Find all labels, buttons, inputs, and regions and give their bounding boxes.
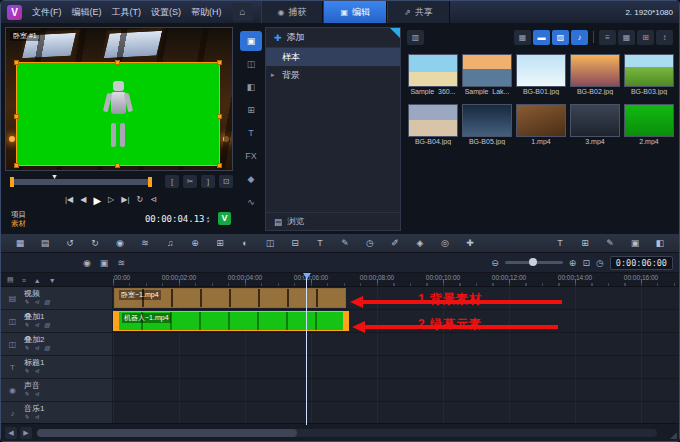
mute-track-icon[interactable]: ⊲ (34, 413, 39, 422)
grid-lines-icon[interactable]: ⊞ (574, 235, 596, 251)
overlay2-track-lane[interactable] (113, 333, 679, 356)
sort-button[interactable]: ↕ (656, 30, 673, 45)
scroll-right-icon[interactable]: ▶ (20, 427, 32, 439)
edit-track-icon[interactable]: ✎ (24, 413, 29, 422)
media-thumbnail[interactable]: Sample_Lak... (462, 54, 512, 95)
auto-music-icon[interactable]: ♫ (159, 235, 181, 251)
zoom-slider-knob[interactable] (529, 258, 537, 266)
smart-proxy-icon[interactable]: ▣ (624, 235, 646, 251)
add-folder-icon[interactable]: ✚ (274, 33, 282, 43)
undo-icon[interactable]: ↺ (59, 235, 81, 251)
resize-handle[interactable] (217, 60, 222, 65)
scroll-down-icon[interactable]: ▼ (49, 277, 56, 284)
storyboard-view-icon[interactable]: ▦ (9, 235, 31, 251)
mark-out-button[interactable]: ] (201, 175, 215, 188)
mute-track-icon[interactable]: ⊲ (34, 390, 39, 399)
edit-track-icon[interactable]: ✎ (24, 321, 29, 330)
edit-track-icon[interactable]: ✎ (24, 367, 29, 376)
clip-robot-selected[interactable]: 机器人~1.mp4 (113, 311, 349, 331)
title-icon[interactable]: T (240, 123, 262, 143)
tab-edit[interactable]: ▣ 编辑 (323, 1, 387, 23)
zoom-slider[interactable] (505, 261, 563, 264)
mute-track-icon[interactable]: ⊲ (34, 344, 39, 353)
preview-timecode[interactable]: 00:00:04.13 (145, 214, 205, 224)
media-thumbnail[interactable]: BG-B02.jpg (570, 54, 620, 95)
edit-track-icon[interactable]: ✎ (24, 390, 29, 399)
mask-creator-icon[interactable]: ◐ (234, 235, 256, 251)
go-start-button[interactable]: |◀ (65, 195, 73, 206)
media-thumbnail[interactable]: Sample_360... (408, 54, 458, 95)
tab-capture[interactable]: ◉ 捕获 (261, 1, 324, 23)
project-mode-toggle[interactable]: 项目 (11, 210, 26, 219)
media-thumbnail[interactable]: 3.mp4 (570, 104, 620, 145)
loop-button[interactable]: ↻ (136, 195, 143, 206)
prev-frame-button[interactable]: ◀ (80, 195, 86, 206)
timeline-settings-icon[interactable]: ◧ (649, 235, 671, 251)
timeline-view-icon[interactable]: ▤ (34, 235, 56, 251)
clip-bedroom[interactable]: 卧室~1.mp4 (114, 288, 346, 308)
record-capture-options-icon[interactable]: ◉ (83, 258, 91, 268)
record-capture-icon[interactable]: ◉ (109, 235, 131, 251)
resize-handle[interactable] (217, 114, 222, 119)
draw-mode-icon[interactable]: ✎ (599, 235, 621, 251)
media-thumbnail[interactable]: 1.mp4 (516, 104, 566, 145)
show-all-button[interactable]: ▦ (514, 30, 531, 45)
horizontal-scrollbar[interactable] (37, 429, 657, 437)
split-clip-button[interactable]: ✂ (183, 175, 197, 188)
transition-icon[interactable]: ◧ (240, 77, 262, 97)
show-video-button[interactable]: ▬ (533, 30, 550, 45)
trim-handle-right[interactable] (148, 177, 152, 187)
zoom-out-icon[interactable]: ⊖ (491, 258, 499, 268)
track-fx-icon[interactable]: ▨ (44, 321, 50, 330)
expand-icon[interactable]: ▸ (271, 66, 275, 84)
instant-project-icon[interactable]: ◫ (240, 54, 262, 74)
ar-sticker-icon[interactable]: ◈ (409, 235, 431, 251)
import-media-icon[interactable]: ▥ (407, 30, 424, 45)
mark-in-button[interactable]: [ (165, 175, 179, 188)
title1-track-lane[interactable] (113, 356, 679, 379)
track-fx-icon[interactable]: ▨ (44, 344, 50, 353)
folder-item-backgrounds[interactable]: ▸ 背景 (266, 66, 400, 84)
track-fx-icon[interactable]: ▨ (44, 298, 50, 307)
music1-track-lane[interactable] (113, 402, 679, 425)
timeline-ruler[interactable]: ▤ ≡ ▲ ▼ 00:00:00:00 00:00:02:00 00:00:04… (1, 273, 679, 287)
preview-viewer[interactable]: 卧室 #1 (5, 27, 233, 171)
scroll-up-icon[interactable]: ▲ (34, 277, 41, 284)
title-options-icon[interactable]: T (549, 235, 571, 251)
project-duration-icon[interactable]: ◷ (596, 258, 604, 268)
speech-to-text-icon[interactable]: ✎ (334, 235, 356, 251)
track-header-music1[interactable]: ♪ 音乐1 ✎ ⊲ (1, 402, 113, 425)
trim-handle-left[interactable] (10, 177, 14, 187)
track-header-video[interactable]: ▤ 视频 ✎ ⊲ ▨ (1, 287, 113, 310)
scrubber-cursor-icon[interactable]: ▼ (51, 173, 58, 180)
detail-view-button[interactable]: ⊞ (637, 30, 654, 45)
motion-tracking-icon[interactable]: ⊕ (184, 235, 206, 251)
media-thumbnail[interactable]: BG-B03.jpg (624, 54, 674, 95)
play-button[interactable]: ▶ (93, 195, 101, 206)
browse-button[interactable]: ▤ 浏览 (266, 212, 400, 230)
timeline-timecode[interactable]: 0:00:06:00 (610, 256, 673, 270)
scroll-left-icon[interactable]: ◀ (5, 427, 17, 439)
menu-tools[interactable]: 工具(T) (107, 6, 147, 19)
track-list-icon[interactable]: ▤ (7, 276, 14, 284)
menu-settings[interactable]: 设置(S) (146, 6, 186, 19)
resize-handle[interactable] (14, 163, 19, 168)
resize-grip-icon[interactable]: ◢ (670, 430, 677, 440)
media-thumbnail[interactable]: BG-B05.jpg (462, 104, 512, 145)
resize-handle[interactable] (14, 114, 19, 119)
voice-track-lane[interactable] (113, 379, 679, 402)
edit-track-icon[interactable]: ✎ (24, 298, 29, 307)
track-header-overlay2[interactable]: ◫ 叠加2 ✎ ⊲ ▨ (1, 333, 113, 356)
show-photo-button[interactable]: ▨ (552, 30, 569, 45)
motion-path-icon[interactable]: ∿ (240, 192, 262, 212)
track-manager-icon[interactable]: ⊟ (284, 235, 306, 251)
track-header-voice[interactable]: ◉ 声音 ✎ ⊲ (1, 379, 113, 402)
ruler-lane[interactable]: 00:00:00:00 00:00:02:00 00:00:04:00 00:0… (113, 273, 679, 286)
media-icon[interactable]: ▣ (240, 31, 262, 51)
edit-track-icon[interactable]: ✎ (24, 344, 29, 353)
next-frame-button[interactable]: ▷ (108, 195, 114, 206)
face-effect-icon[interactable]: ◎ (434, 235, 456, 251)
sound-mixer-icon[interactable]: ≋ (134, 235, 156, 251)
fit-project-icon[interactable]: ⊡ (582, 258, 590, 268)
green-screen-region[interactable] (16, 62, 220, 166)
